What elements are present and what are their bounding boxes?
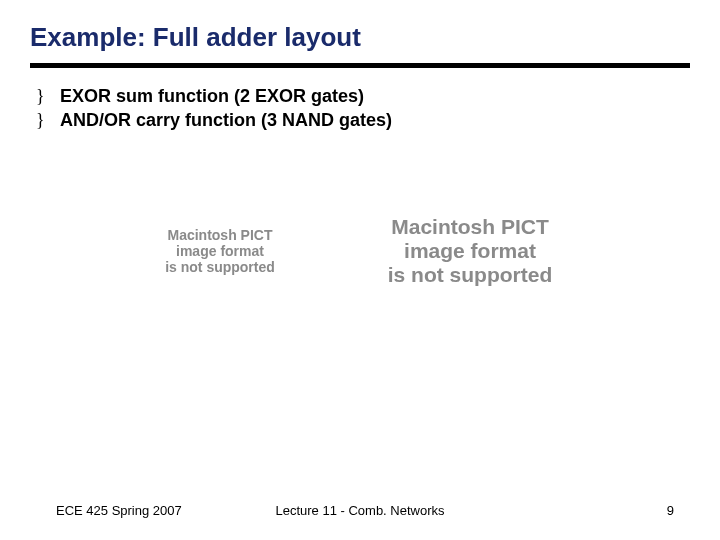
bullet-item: EXOR sum function (2 EXOR gates)	[36, 84, 690, 108]
image-row: Macintosh PICT image format is not suppo…	[0, 215, 720, 287]
placeholder-line: Macintosh PICT	[391, 215, 549, 239]
bullet-list: EXOR sum function (2 EXOR gates) AND/OR …	[30, 84, 690, 133]
bullet-item: AND/OR carry function (3 NAND gates)	[36, 108, 690, 132]
placeholder-line: is not supported	[165, 259, 275, 275]
placeholder-line: image format	[404, 239, 536, 263]
pict-placeholder-large: Macintosh PICT image format is not suppo…	[340, 215, 600, 287]
slide-title: Example: Full adder layout	[30, 22, 690, 53]
placeholder-line: is not supported	[388, 263, 553, 287]
footer: ECE 425 Spring 2007 Lecture 11 - Comb. N…	[0, 503, 720, 518]
footer-center: Lecture 11 - Comb. Networks	[0, 503, 720, 518]
title-underline	[30, 63, 690, 68]
placeholder-line: Macintosh PICT	[167, 227, 272, 243]
slide: Example: Full adder layout EXOR sum func…	[0, 0, 720, 540]
pict-placeholder-small: Macintosh PICT image format is not suppo…	[120, 227, 320, 275]
placeholder-line: image format	[176, 243, 264, 259]
